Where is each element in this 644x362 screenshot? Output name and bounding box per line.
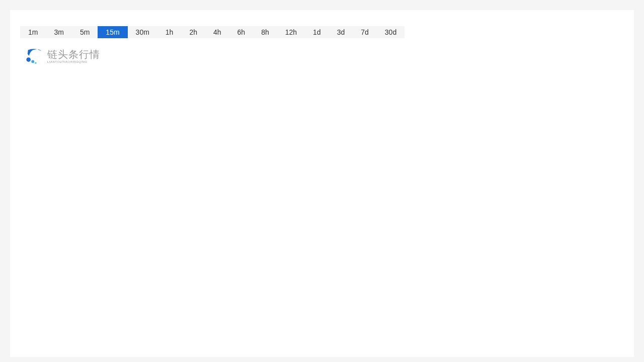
interval-tab-6h[interactable]: 6h xyxy=(229,26,254,38)
logo-title: 链头条行情 xyxy=(47,49,100,60)
interval-selector: 1m 3m 5m 15m 30m 1h 2h 4h 6h 8h 12h 1d 3… xyxy=(20,26,405,38)
interval-tab-30m[interactable]: 30m xyxy=(128,26,157,38)
interval-tab-3m[interactable]: 3m xyxy=(46,26,71,38)
interval-tab-1d[interactable]: 1d xyxy=(305,26,329,38)
interval-tab-15m[interactable]: 15m xyxy=(98,26,127,38)
interval-tab-2h[interactable]: 2h xyxy=(181,26,205,38)
svg-point-1 xyxy=(31,60,34,63)
interval-tab-5m[interactable]: 5m xyxy=(72,26,98,38)
interval-tab-4h[interactable]: 4h xyxy=(205,26,229,38)
main-container: 1m 3m 5m 15m 30m 1h 2h 4h 6h 8h 12h 1d 3… xyxy=(10,10,634,357)
interval-tab-7d[interactable]: 7d xyxy=(353,26,377,38)
svg-point-0 xyxy=(26,57,31,62)
interval-tab-3d[interactable]: 3d xyxy=(329,26,353,38)
logo: 链头条行情 LIANTOUTIAOXINGQING xyxy=(20,46,624,65)
logo-text: 链头条行情 LIANTOUTIAOXINGQING xyxy=(47,49,100,63)
interval-tab-8h[interactable]: 8h xyxy=(253,26,277,38)
interval-tab-12h[interactable]: 12h xyxy=(277,26,305,38)
interval-tab-1h[interactable]: 1h xyxy=(157,26,182,38)
svg-point-2 xyxy=(35,62,36,64)
interval-tab-30d[interactable]: 30d xyxy=(377,26,405,38)
logo-icon xyxy=(25,46,44,65)
logo-subtitle: LIANTOUTIAOXINGQING xyxy=(47,60,100,63)
interval-tab-1m[interactable]: 1m xyxy=(20,26,46,38)
